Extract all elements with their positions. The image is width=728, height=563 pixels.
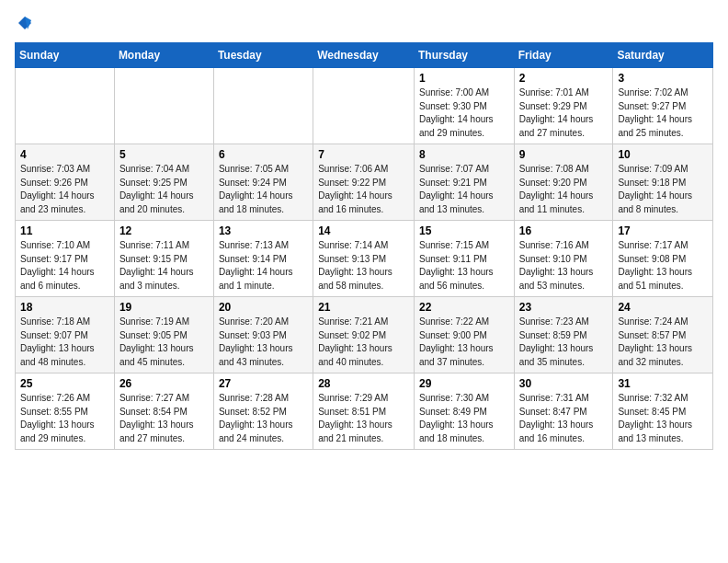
weekday-header-tuesday: Tuesday: [213, 43, 313, 68]
day-number: 17: [618, 224, 708, 237]
day-number: 13: [219, 224, 308, 237]
day-info: Sunrise: 7:09 AM Sunset: 9:18 PM Dayligh…: [618, 163, 708, 216]
calendar-cell: 28Sunrise: 7:29 AM Sunset: 8:51 PM Dayli…: [313, 373, 415, 450]
day-number: 1: [419, 72, 509, 85]
calendar-cell: 22Sunrise: 7:22 AM Sunset: 9:00 PM Dayli…: [414, 297, 514, 373]
day-number: 14: [318, 224, 409, 237]
calendar-cell: 10Sunrise: 7:09 AM Sunset: 9:18 PM Dayli…: [613, 144, 713, 221]
calendar-cell: 7Sunrise: 7:06 AM Sunset: 9:22 PM Daylig…: [313, 144, 415, 221]
day-info: Sunrise: 7:16 AM Sunset: 9:10 PM Dayligh…: [519, 239, 609, 293]
weekday-header-saturday: Saturday: [613, 43, 713, 68]
calendar-cell: 13Sunrise: 7:13 AM Sunset: 9:14 PM Dayli…: [213, 221, 313, 297]
calendar-cell: 5Sunrise: 7:04 AM Sunset: 9:25 PM Daylig…: [114, 144, 213, 221]
day-number: 8: [419, 148, 509, 161]
calendar-cell: [213, 68, 313, 144]
calendar-week-row: 18Sunrise: 7:18 AM Sunset: 9:07 PM Dayli…: [16, 297, 713, 373]
day-info: Sunrise: 7:23 AM Sunset: 8:59 PM Dayligh…: [519, 316, 609, 369]
day-info: Sunrise: 7:27 AM Sunset: 8:54 PM Dayligh…: [119, 392, 209, 445]
day-info: Sunrise: 7:18 AM Sunset: 9:07 PM Dayligh…: [20, 316, 109, 369]
calendar-cell: [16, 68, 115, 144]
calendar-week-row: 25Sunrise: 7:26 AM Sunset: 8:55 PM Dayli…: [16, 373, 713, 450]
day-number: 9: [519, 148, 609, 161]
calendar-cell: 16Sunrise: 7:16 AM Sunset: 9:10 PM Dayli…: [514, 221, 613, 297]
day-number: 24: [618, 301, 708, 314]
day-info: Sunrise: 7:19 AM Sunset: 9:05 PM Dayligh…: [119, 316, 209, 369]
day-number: 10: [618, 148, 708, 161]
day-info: Sunrise: 7:14 AM Sunset: 9:13 PM Dayligh…: [318, 239, 409, 293]
calendar-cell: 18Sunrise: 7:18 AM Sunset: 9:07 PM Dayli…: [16, 297, 115, 373]
day-info: Sunrise: 7:21 AM Sunset: 9:02 PM Dayligh…: [318, 316, 409, 369]
day-number: 27: [219, 377, 308, 390]
calendar-cell: 24Sunrise: 7:24 AM Sunset: 8:57 PM Dayli…: [613, 297, 713, 373]
day-number: 3: [618, 72, 708, 85]
day-info: Sunrise: 7:28 AM Sunset: 8:52 PM Dayligh…: [219, 392, 308, 445]
day-info: Sunrise: 7:13 AM Sunset: 9:14 PM Dayligh…: [219, 239, 308, 293]
calendar-cell: 25Sunrise: 7:26 AM Sunset: 8:55 PM Dayli…: [16, 373, 115, 450]
day-info: Sunrise: 7:02 AM Sunset: 9:27 PM Dayligh…: [618, 86, 708, 140]
calendar-cell: 19Sunrise: 7:19 AM Sunset: 9:05 PM Dayli…: [114, 297, 213, 373]
day-info: Sunrise: 7:26 AM Sunset: 8:55 PM Dayligh…: [20, 392, 109, 445]
day-number: 22: [419, 301, 509, 314]
calendar-week-row: 4Sunrise: 7:03 AM Sunset: 9:26 PM Daylig…: [16, 144, 713, 221]
day-number: 31: [618, 377, 708, 390]
day-info: Sunrise: 7:10 AM Sunset: 9:17 PM Dayligh…: [20, 239, 109, 293]
day-info: Sunrise: 7:08 AM Sunset: 9:20 PM Dayligh…: [519, 163, 609, 216]
calendar-cell: 29Sunrise: 7:30 AM Sunset: 8:49 PM Dayli…: [414, 373, 514, 450]
day-info: Sunrise: 7:11 AM Sunset: 9:15 PM Dayligh…: [119, 239, 209, 293]
weekday-header-sunday: Sunday: [16, 43, 115, 68]
logo-icon: [17, 15, 33, 31]
day-number: 7: [318, 148, 409, 161]
day-info: Sunrise: 7:07 AM Sunset: 9:21 PM Dayligh…: [419, 163, 509, 216]
calendar-cell: 26Sunrise: 7:27 AM Sunset: 8:54 PM Dayli…: [114, 373, 213, 450]
day-info: Sunrise: 7:17 AM Sunset: 9:08 PM Dayligh…: [618, 239, 708, 293]
calendar-week-row: 11Sunrise: 7:10 AM Sunset: 9:17 PM Dayli…: [16, 221, 713, 297]
day-info: Sunrise: 7:31 AM Sunset: 8:47 PM Dayligh…: [519, 392, 609, 445]
day-info: Sunrise: 7:01 AM Sunset: 9:29 PM Dayligh…: [519, 86, 609, 140]
day-info: Sunrise: 7:06 AM Sunset: 9:22 PM Dayligh…: [318, 163, 409, 216]
day-number: 12: [119, 224, 209, 237]
weekday-header-monday: Monday: [114, 43, 213, 68]
calendar-cell: 27Sunrise: 7:28 AM Sunset: 8:52 PM Dayli…: [213, 373, 313, 450]
calendar-cell: 6Sunrise: 7:05 AM Sunset: 9:24 PM Daylig…: [213, 144, 313, 221]
day-info: Sunrise: 7:24 AM Sunset: 8:57 PM Dayligh…: [618, 316, 708, 369]
logo: [15, 15, 35, 31]
day-number: 29: [419, 377, 509, 390]
calendar-cell: [313, 68, 415, 144]
day-number: 19: [119, 301, 209, 314]
day-number: 11: [20, 224, 109, 237]
calendar-cell: 9Sunrise: 7:08 AM Sunset: 9:20 PM Daylig…: [514, 144, 613, 221]
day-info: Sunrise: 7:30 AM Sunset: 8:49 PM Dayligh…: [419, 392, 509, 445]
day-number: 20: [219, 301, 308, 314]
day-info: Sunrise: 7:22 AM Sunset: 9:00 PM Dayligh…: [419, 316, 509, 369]
day-number: 30: [519, 377, 609, 390]
day-number: 28: [318, 377, 409, 390]
day-info: Sunrise: 7:04 AM Sunset: 9:25 PM Dayligh…: [119, 163, 209, 216]
day-info: Sunrise: 7:00 AM Sunset: 9:30 PM Dayligh…: [419, 86, 509, 140]
calendar-cell: 2Sunrise: 7:01 AM Sunset: 9:29 PM Daylig…: [514, 68, 613, 144]
calendar-cell: 15Sunrise: 7:15 AM Sunset: 9:11 PM Dayli…: [414, 221, 514, 297]
day-number: 15: [419, 224, 509, 237]
day-number: 16: [519, 224, 609, 237]
calendar-cell: 4Sunrise: 7:03 AM Sunset: 9:26 PM Daylig…: [16, 144, 115, 221]
day-info: Sunrise: 7:20 AM Sunset: 9:03 PM Dayligh…: [219, 316, 308, 369]
day-info: Sunrise: 7:15 AM Sunset: 9:11 PM Dayligh…: [419, 239, 509, 293]
day-number: 23: [519, 301, 609, 314]
day-number: 6: [219, 148, 308, 161]
day-number: 21: [318, 301, 409, 314]
calendar-cell: 1Sunrise: 7:00 AM Sunset: 9:30 PM Daylig…: [414, 68, 514, 144]
calendar-cell: 30Sunrise: 7:31 AM Sunset: 8:47 PM Dayli…: [514, 373, 613, 450]
calendar-cell: [114, 68, 213, 144]
calendar-table: SundayMondayTuesdayWednesdayThursdayFrid…: [15, 42, 713, 450]
day-number: 4: [20, 148, 109, 161]
weekday-header-friday: Friday: [514, 43, 613, 68]
calendar-cell: 8Sunrise: 7:07 AM Sunset: 9:21 PM Daylig…: [414, 144, 514, 221]
day-number: 5: [119, 148, 209, 161]
day-number: 25: [20, 377, 109, 390]
day-info: Sunrise: 7:32 AM Sunset: 8:45 PM Dayligh…: [618, 392, 708, 445]
calendar-cell: 12Sunrise: 7:11 AM Sunset: 9:15 PM Dayli…: [114, 221, 213, 297]
calendar-cell: 3Sunrise: 7:02 AM Sunset: 9:27 PM Daylig…: [613, 68, 713, 144]
day-info: Sunrise: 7:05 AM Sunset: 9:24 PM Dayligh…: [219, 163, 308, 216]
calendar-cell: 21Sunrise: 7:21 AM Sunset: 9:02 PM Dayli…: [313, 297, 415, 373]
calendar-cell: 20Sunrise: 7:20 AM Sunset: 9:03 PM Dayli…: [213, 297, 313, 373]
calendar-cell: 31Sunrise: 7:32 AM Sunset: 8:45 PM Dayli…: [613, 373, 713, 450]
